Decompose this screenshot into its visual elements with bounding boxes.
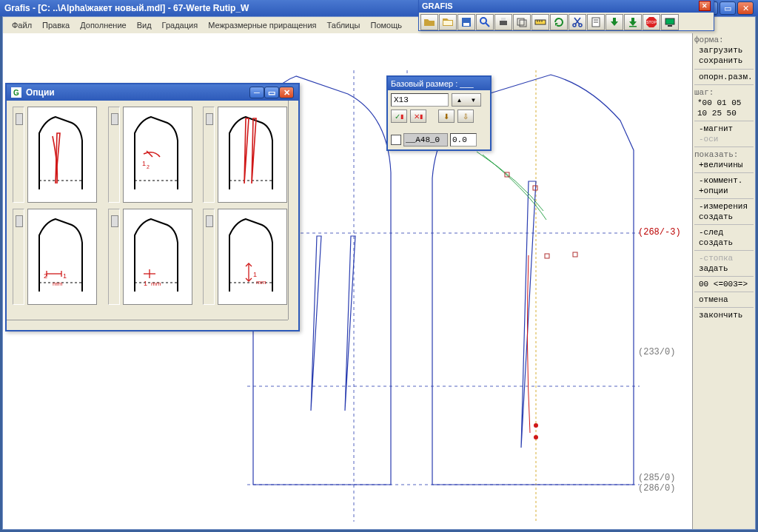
svg-text:1: 1 — [63, 272, 67, 280]
bs-x-red-icon[interactable]: ✕▮ — [410, 110, 426, 123]
os-close-button[interactable]: ✕ — [737, 1, 754, 15]
grafis-toolbar-title-text: GRAFIS — [422, 1, 453, 10]
options-maximize[interactable]: ▭ — [264, 87, 279, 98]
show-label: показать: — [694, 149, 754, 160]
cmd-cancel[interactable]: отмена — [694, 294, 754, 305]
svg-line-15 — [486, 23, 489, 27]
cmd-comment[interactable]: -коммент. — [694, 175, 754, 186]
tool-cut-icon[interactable] — [568, 14, 586, 30]
cmd-measurements[interactable]: -измерения — [694, 201, 754, 212]
cmd-create-2[interactable]: создать — [694, 238, 754, 248]
svg-rect-20 — [535, 20, 546, 24]
option-slider-5[interactable] — [108, 209, 120, 305]
tool-refresh-icon[interactable] — [550, 14, 568, 30]
options-body: 12 21mm 1mm 1mm — [7, 101, 298, 330]
cmd-finish[interactable]: закончить — [694, 310, 754, 320]
svg-rect-10 — [573, 252, 577, 257]
cmd-trace[interactable]: -след — [694, 227, 754, 238]
grafis-toolbar[interactable]: GRAFIS ✕ STOP — [418, 0, 714, 31]
menu-file[interactable]: Файл — [7, 19, 36, 31]
svg-text:1: 1 — [144, 280, 147, 287]
option-slider-6[interactable] — [203, 209, 215, 305]
options-close[interactable]: ✕ — [279, 87, 294, 98]
options-title-text: Опции — [26, 87, 55, 98]
tool-note-icon[interactable] — [587, 14, 605, 30]
grafis-toolbar-title[interactable]: GRAFIS ✕ — [419, 0, 714, 13]
option-slider-2[interactable] — [108, 107, 120, 203]
cmd-axes: -оси — [694, 134, 754, 144]
tool-stop-icon[interactable]: STOP — [643, 14, 660, 30]
step-row-1[interactable]: *00 01 05 — [694, 98, 754, 108]
svg-rect-31 — [629, 26, 637, 27]
options-hscrollbar[interactable] — [7, 320, 288, 330]
menu-intersize[interactable]: Межразмерные приращения — [204, 19, 321, 31]
cmd-magnet[interactable]: -магнит — [694, 124, 754, 134]
options-minimize[interactable]: ─ — [249, 87, 264, 98]
menu-addon[interactable]: Дополнение — [76, 19, 130, 31]
option-slider-1[interactable] — [13, 107, 24, 203]
cmd-opor[interactable]: опорн.разм. — [694, 72, 754, 82]
tool-open-icon[interactable] — [420, 14, 438, 30]
bs-param-value[interactable]: 0.0 — [450, 133, 477, 147]
tool-down1-icon[interactable] — [606, 14, 623, 30]
cmd-create-1[interactable]: создать — [694, 212, 754, 222]
svg-rect-18 — [517, 18, 524, 25]
option-slider-4[interactable] — [13, 209, 24, 305]
options-titlebar[interactable]: G Опции ─ ▭ ✕ — [7, 84, 298, 101]
cmd-load[interactable]: загрузить — [694, 45, 754, 55]
options-vscrollbar[interactable] — [288, 101, 298, 320]
tool-down2-icon[interactable] — [624, 14, 642, 30]
tool-stack-icon[interactable] — [513, 14, 531, 30]
base-size-spinner[interactable]: ▲▼ — [452, 93, 481, 107]
svg-rect-17 — [501, 18, 506, 21]
base-size-select[interactable]: X13 — [391, 93, 449, 107]
step-label: шаг: — [694, 87, 754, 98]
form-label: форма: — [694, 35, 754, 45]
tool-zoom-icon[interactable] — [476, 14, 494, 30]
command-panel: форма: загрузить сохранить опорн.разм. ш… — [692, 33, 755, 529]
option-thumb-5[interactable]: 1mm — [108, 209, 198, 305]
point-label-2: (233/0) — [638, 347, 675, 357]
cmd-options[interactable]: +опции — [694, 186, 754, 196]
os-maximize-button[interactable]: ▭ — [720, 1, 736, 15]
base-size-titlebar[interactable]: Базовый размер : ___ — [388, 77, 490, 90]
tool-folder-icon[interactable] — [439, 14, 457, 30]
svg-text:2: 2 — [147, 164, 150, 169]
option-thumb-1[interactable] — [13, 107, 102, 203]
grafis-toolbar-close[interactable]: ✕ — [699, 1, 711, 11]
svg-point-6 — [534, 423, 538, 428]
options-window[interactable]: G Опции ─ ▭ ✕ 12 21mm — [5, 83, 300, 331]
bs-param-checkbox[interactable] — [391, 135, 401, 145]
option-thumb-6[interactable]: 1mm — [203, 209, 292, 305]
svg-text:mm: mm — [53, 280, 63, 287]
tool-screen-icon[interactable] — [661, 14, 679, 30]
svg-rect-35 — [668, 25, 672, 27]
bs-check-red-on-icon[interactable]: ✓▮ — [391, 110, 407, 123]
cmd-save[interactable]: сохранить — [694, 55, 754, 66]
base-size-title-text: Базовый размер : ___ — [391, 79, 474, 88]
step-row-2[interactable]: 10 25 50 — [694, 108, 754, 118]
svg-text:2: 2 — [44, 272, 47, 280]
cmd-set[interactable]: задать — [694, 263, 754, 274]
bs-arrow-down-2-icon[interactable]: ⇩ — [457, 110, 474, 123]
cmd-show-values[interactable]: +величины — [694, 160, 754, 170]
menu-tables[interactable]: Таблицы — [323, 19, 365, 31]
menu-help[interactable]: Помощь — [366, 19, 406, 31]
svg-rect-34 — [665, 18, 674, 24]
base-size-window[interactable]: Базовый размер : ___ X13 ▲▼ ✓▮ ✕▮ ⬇ ⇩ __… — [386, 75, 492, 151]
option-thumb-2[interactable]: 12 — [108, 107, 198, 203]
menu-view[interactable]: Вид — [133, 19, 156, 31]
svg-rect-19 — [520, 20, 526, 27]
menu-grading[interactable]: Градация — [158, 19, 203, 31]
option-thumb-3[interactable] — [203, 107, 292, 203]
paging-indicator[interactable]: 00 <=003=> — [694, 279, 754, 289]
option-thumb-4[interactable]: 21mm — [13, 209, 102, 305]
menu-edit[interactable]: Правка — [38, 19, 74, 31]
options-icon: G — [11, 87, 21, 98]
bs-arrow-down-1-icon[interactable]: ⬇ — [438, 110, 455, 123]
tool-print-icon[interactable] — [494, 14, 512, 30]
option-slider-3[interactable] — [203, 107, 215, 203]
tool-ruler-icon[interactable] — [531, 14, 549, 30]
svg-rect-9 — [545, 254, 549, 258]
tool-save-icon[interactable] — [457, 14, 475, 30]
